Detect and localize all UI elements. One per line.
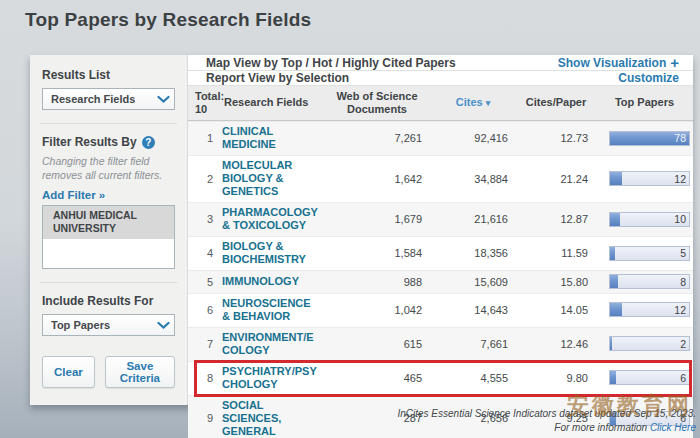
app-panel: Results List Research Fields Filter Resu… <box>30 55 693 405</box>
cites-per-paper-value: 12.73 <box>516 132 596 144</box>
table-row: 6NEUROSCIENCE & BEHAVIOR1,04214,64314.05… <box>188 293 693 327</box>
table-row: 7ENVIRONMENT/ECOLOGY6157,66112.462 <box>188 327 693 361</box>
cites-value: 15,609 <box>430 276 516 288</box>
col-header-top-papers[interactable]: Top Papers <box>596 96 693 109</box>
main-content: Map View by Top / Hot / Highly Cited Pap… <box>188 55 693 405</box>
research-field-link[interactable]: NEUROSCIENCE & BEHAVIOR <box>222 297 324 323</box>
chevron-down-icon <box>157 321 170 330</box>
top-papers-bar: 6 <box>596 370 693 385</box>
row-rank: 9 <box>188 412 222 424</box>
research-field-link[interactable]: CLINICAL MEDICINE <box>222 125 324 151</box>
row-rank: 2 <box>188 173 222 185</box>
research-field-link[interactable]: PHARMACOLOGY & TOXICOLOGY <box>222 206 324 232</box>
filter-listbox[interactable]: ANHUI MEDICAL UNIVERSITY <box>42 205 175 269</box>
row-rank: 5 <box>188 276 222 288</box>
add-filter-link[interactable]: Add Filter » <box>42 189 175 201</box>
bar-track: 10 <box>609 212 690 227</box>
table-header: Total: 10 Research Fields Web of Science… <box>188 86 693 121</box>
bar-track: 78 <box>609 131 690 146</box>
cites-value: 7,661 <box>430 338 516 350</box>
bar-fill <box>610 247 615 260</box>
table-body: 1CLINICAL MEDICINE7,26192,41612.73782MOL… <box>188 121 693 438</box>
row-rank: 1 <box>188 132 222 144</box>
bar-fill <box>610 337 612 350</box>
research-field-link[interactable]: SOCIAL SCIENCES, GENERAL <box>222 399 324 438</box>
click-here-link[interactable]: Click Here <box>650 422 696 433</box>
table-row: 2MOLECULAR BIOLOGY & GENETICS1,64234,884… <box>188 155 693 202</box>
cites-per-paper-value: 11.59 <box>516 247 596 259</box>
filter-note: Changing the filter field removes all cu… <box>42 155 175 182</box>
filter-option-selected[interactable]: ANHUI MEDICAL UNIVERSITY <box>43 206 174 238</box>
plus-icon: + <box>670 55 679 70</box>
cites-value: 21,616 <box>430 213 516 225</box>
top-papers-bar: 78 <box>596 131 693 146</box>
top-papers-value: 10 <box>674 213 686 225</box>
report-view-title: Report View by Selection <box>206 71 349 85</box>
top-papers-value: 78 <box>674 132 686 144</box>
bar-track: 6 <box>609 370 690 385</box>
top-papers-bar: 2 <box>596 336 693 351</box>
cites-per-paper-value: 9.80 <box>516 372 596 384</box>
sidebar: Results List Research Fields Filter Resu… <box>30 55 188 405</box>
footer-dataset-note: InCites Essential Science Indicators dat… <box>397 407 696 421</box>
col-header-cites-per-paper[interactable]: Cites/Paper <box>516 96 596 109</box>
footer-more-info: For more information <box>554 422 650 433</box>
show-visualization-link[interactable]: Show Visualization + <box>558 55 679 70</box>
top-papers-value: 5 <box>680 247 686 259</box>
map-view-title: Map View by Top / Hot / Highly Cited Pap… <box>206 56 456 70</box>
wos-documents-value: 1,042 <box>324 304 430 316</box>
wos-documents-value: 1,584 <box>324 247 430 259</box>
total-header: Total: 10 <box>188 90 222 115</box>
top-papers-value: 12 <box>674 173 686 185</box>
cites-value: 18,356 <box>430 247 516 259</box>
wos-documents-value: 615 <box>324 338 430 350</box>
top-papers-value: 8 <box>680 276 686 288</box>
table-row: 4BIOLOGY & BIOCHEMISTRY1,58418,35611.595 <box>188 236 693 270</box>
results-list-select[interactable]: Research Fields <box>42 88 175 110</box>
bar-fill <box>610 213 620 226</box>
bar-track: 12 <box>609 302 690 317</box>
top-papers-bar: 12 <box>596 302 693 317</box>
table-row: 8PSYCHIATRY/PSYCHOLOGY4654,5559.806 <box>188 361 693 395</box>
research-field-link[interactable]: ENVIRONMENT/ECOLOGY <box>222 331 324 357</box>
show-visualization-label: Show Visualization <box>558 56 666 70</box>
table-row: 3PHARMACOLOGY & TOXICOLOGY1,67921,61612.… <box>188 202 693 236</box>
bar-track: 8 <box>609 274 690 289</box>
cites-value: 14,643 <box>430 304 516 316</box>
cites-value: 34,884 <box>430 173 516 185</box>
research-field-link[interactable]: IMMUNOLOGY <box>222 275 324 288</box>
wos-documents-value: 7,261 <box>324 132 430 144</box>
bar-track: 2 <box>609 336 690 351</box>
cites-per-paper-value: 14.05 <box>516 304 596 316</box>
research-field-link[interactable]: MOLECULAR BIOLOGY & GENETICS <box>222 159 324 198</box>
cites-per-paper-value: 12.87 <box>516 213 596 225</box>
customize-link[interactable]: Customize <box>618 71 679 85</box>
bar-track: 12 <box>609 171 690 186</box>
col-header-research-fields[interactable]: Research Fields <box>222 96 324 109</box>
top-papers-bar: 5 <box>596 246 693 261</box>
include-results-select[interactable]: Top Papers <box>42 314 175 336</box>
cites-value: 92,416 <box>430 132 516 144</box>
clear-button[interactable]: Clear <box>42 356 95 388</box>
wos-documents-value: 465 <box>324 372 430 384</box>
help-icon[interactable]: ? <box>142 136 155 149</box>
research-field-link[interactable]: PSYCHIATRY/PSYCHOLOGY <box>222 365 324 391</box>
research-field-link[interactable]: BIOLOGY & BIOCHEMISTRY <box>222 240 324 266</box>
sort-desc-icon: ▾ <box>486 98 491 108</box>
filter-results-by-label: Filter Results By <box>42 135 137 149</box>
include-results-value: Top Papers <box>51 319 110 331</box>
bar-fill <box>610 303 622 316</box>
footer: InCites Essential Science Indicators dat… <box>397 407 696 434</box>
save-criteria-button[interactable]: Save Criteria <box>105 356 175 388</box>
col-header-cites[interactable]: Cites ▾ <box>430 96 516 109</box>
results-list-label: Results List <box>42 68 175 82</box>
bar-fill <box>610 172 622 185</box>
row-rank: 6 <box>188 304 222 316</box>
top-papers-bar: 8 <box>596 274 693 289</box>
col-header-wos-documents[interactable]: Web of Science Documents <box>324 90 430 115</box>
results-list-value: Research Fields <box>51 93 135 105</box>
cites-per-paper-value: 15.80 <box>516 276 596 288</box>
page-title: Top Papers by Research Fields <box>25 9 311 31</box>
top-papers-bar: 10 <box>596 212 693 227</box>
top-papers-value: 2 <box>680 338 686 350</box>
